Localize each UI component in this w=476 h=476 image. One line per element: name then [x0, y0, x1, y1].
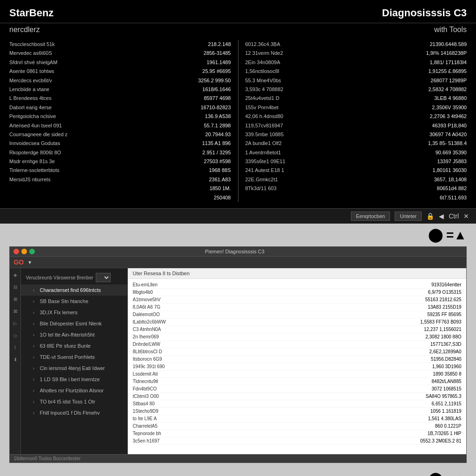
main-row-label: Etu-emLllen	[132, 282, 401, 287]
sidebar-item[interactable]: ›3D,IX Flx lemers	[21, 307, 127, 318]
row-value: 1,881/ 171183I4	[420, 59, 467, 66]
top-right-data-row: 1 Aventrn8etot190.669 35390	[245, 148, 467, 157]
top-left-data-row: L Brendeess 4tces85977 4698	[9, 94, 231, 103]
sidebar-item-label: Cin iersmsd 4teryj Eati Idwer	[40, 365, 105, 371]
sidebar-item[interactable]: ›1O tel tte Ain-fhterish5ht	[21, 329, 127, 340]
footer-btn-2[interactable]: Unteter	[395, 212, 422, 221]
row-value: 1,35 85- 51388.4	[420, 140, 467, 147]
main-row-label: to Ite L9E A	[132, 416, 401, 421]
row-value: 27503 #598	[185, 158, 231, 165]
main-data-row: 1949c 391t 6901,960 3D1960	[132, 363, 461, 370]
minimize-btn[interactable]	[21, 249, 27, 254]
main-data-area: Etu-emLllen9193164entterlltbgto4b06,9/79…	[128, 279, 466, 447]
top-right-data-row: 25t4u4vetsl1 D3LEB 4 96880	[245, 94, 467, 103]
main-data-row: Tldnecntu9tl8482t/LAN885	[132, 378, 461, 385]
back-icon[interactable]: ◀	[439, 212, 444, 220]
left-icon-5[interactable]: ▷	[11, 319, 20, 327]
main-data-row: Etu-emLllen9193164entter	[132, 281, 461, 289]
left-icon-4[interactable]: ⊠	[11, 307, 20, 315]
row-value: 2,5832 4 708882	[420, 86, 467, 93]
sidebar-item-icon: ›	[30, 309, 37, 316]
main-row-value: 6,651 2,11915	[401, 401, 462, 406]
sidebar-item-icon: ›	[30, 376, 37, 383]
main-data-row: CharretelA5860 0.1221P	[132, 423, 461, 430]
row-value: 25.95 #6695	[185, 68, 231, 75]
row-label: 241 Autest E18 1	[245, 167, 421, 174]
main-row-label: Fdn4bt9CO	[132, 386, 401, 391]
top-left-data-row: Innvoidecsea Godutas1135 A1 896	[9, 139, 231, 148]
left-icon-3[interactable]: ⊞	[11, 295, 20, 303]
main-data-row: tLabtto2c6bWW1,5583 FF763 B093	[132, 318, 461, 326]
row-value: 55.7.1 2898	[185, 122, 231, 129]
top-right-data-row: 8Tk3d/11 60380651d4 882	[245, 184, 467, 193]
top-left-data-row: Dabort earig 4erse16710-82823	[9, 103, 231, 112]
toolbar-dropdown-arrow[interactable]: ▼	[27, 260, 32, 265]
row-label: 1,56nctilosoc8I	[245, 68, 421, 75]
sidebar-dropdown[interactable]	[96, 273, 111, 282]
left-icon-strip: ◈ ⊟ ⊞ ⊠ ▷ ◇ ⌇ ⬇	[10, 268, 21, 454]
top-content-area: Tesccleschbosit 51k218.2.148Mervedec as6…	[0, 38, 476, 205]
left-icon-6[interactable]: ◇	[11, 331, 20, 339]
main-data-row: Fdn4bt9CO3072 1068515	[132, 385, 461, 393]
sidebar-item-label: TDE-vt Suenst Porrhlets	[40, 354, 95, 360]
row-value: 20.7944.93	[185, 131, 231, 138]
top-left-data-row: Artensed 4un tseel 09155.7.1 2898	[9, 121, 231, 130]
row-label: Rkopoterdge 8006t 8O	[9, 149, 185, 156]
sidebar-item[interactable]: ›Bile Diéspester Esmt Nlenk	[21, 318, 127, 329]
circle-icon-1: ⬤	[428, 227, 443, 243]
row-label: 2A bundle1 Olf2	[245, 140, 421, 147]
sidebar-item-label: SB Base Stn htanche	[40, 298, 88, 304]
top-diagnostic-window: StarBenz Diagnosisssis C3 nercdlerz with…	[0, 0, 476, 224]
top-right-data-row: 339.5mbe 1088530697 74 A0420	[245, 130, 467, 139]
sidebar-item[interactable]: ›Characterset find 696tntcts	[21, 284, 127, 296]
row-label: 12 31verm Nde2	[245, 50, 421, 57]
main-row-value: 2,6E2,12899A0	[401, 349, 462, 354]
close-icon[interactable]: ✕	[463, 212, 469, 220]
left-icon-7[interactable]: ⌇	[11, 343, 20, 351]
sidebar-item-label: TO br4 t5 idst Toss 1 Otr	[40, 399, 95, 404]
top-right-data-row: 241 Autest E18 11,80161 36030	[245, 166, 467, 175]
row-label: Courrsagneee dle sided z	[9, 131, 185, 138]
sidebar-item[interactable]: ›SB Base Stn htanche	[21, 296, 127, 307]
sidebar-item[interactable]: ›Ahotles rsr Fturtzition Alsnor	[21, 385, 127, 396]
row-label: Pentgoiolcha nclsive	[9, 113, 185, 120]
main-row-label: Itsborocn 6G9	[132, 357, 401, 362]
row-label: Sfdnrl shvé shielgAM	[9, 59, 185, 66]
lock-icon[interactable]: 🔒	[426, 212, 434, 220]
sidebar-item[interactable]: ›Fhill lnpucel1 f Dls Ftmehv	[21, 407, 127, 418]
footer-btn-1[interactable]: Eenqrtocben	[351, 212, 390, 221]
sidebar-item[interactable]: ›Cin iersmsd 4teryj Eati Idwer	[21, 363, 127, 374]
ctrl-icon[interactable]: Ctrl	[449, 212, 459, 220]
main-row-label: 8Llt6btrosCl D	[132, 349, 401, 354]
window-toolbar: GO ▼	[10, 257, 466, 268]
sidebar-item[interactable]: ›63 t8E Ptr sfuez Bunle	[21, 340, 127, 351]
toolbar-logo[interactable]: GO	[13, 258, 24, 266]
sidebar-item[interactable]: ›TO br4 t5 idst Toss 1 Otr	[21, 396, 127, 407]
sidebar-item-icon: ›	[30, 320, 37, 327]
row-value: 1,91255 £.86895	[420, 68, 467, 75]
row-value: 13397 J5883	[420, 158, 467, 165]
sidebar: Verucbreunb Värswerse Brenber ›Character…	[21, 268, 128, 454]
maximize-btn[interactable]	[29, 249, 35, 254]
row-value: 136.9 A538	[185, 113, 231, 120]
main-data-row: A1tnnove5hV55163 21812.625	[132, 296, 461, 304]
sidebar-item-label: 63 t8E Ptr sfuez Bunle	[40, 343, 90, 349]
left-icon-2[interactable]: ⊟	[11, 283, 20, 291]
row-label: 1 Aventrn8etot1	[245, 149, 421, 156]
left-icon-1[interactable]: ◈	[11, 271, 20, 279]
sidebar-item[interactable]: ›TDE-vt Suenst Porrhlets	[21, 351, 127, 363]
close-btn[interactable]	[13, 249, 19, 254]
row-value: 268077 12989P	[420, 77, 467, 84]
main-row-value: 1B,7/3265 1 HlP	[401, 431, 462, 436]
main-data-row: Stlbas4 806,651 2,11915	[132, 400, 461, 408]
main-row-value: 2,3082 1800 88O	[401, 334, 462, 339]
left-icon-8[interactable]: ⬇	[11, 355, 20, 364]
row-label: Innvoidecsea Godutas	[9, 140, 185, 147]
row-label	[9, 194, 185, 201]
sidebar-item-icon: ›	[30, 398, 37, 405]
main-row-label: 1949c 391t 690	[132, 364, 401, 369]
main-data-row: lltbgto4b06,9/79 O135315	[132, 289, 461, 296]
sidebar-item[interactable]: ›1 LD S9 Ble i bert Inerntze	[21, 374, 127, 385]
top-left-data-row: Msdr ernhge 81s 3e27503 #598	[9, 157, 231, 166]
main-content: Uter Resesa II ts Distben Etu-emLllen919…	[128, 268, 466, 454]
